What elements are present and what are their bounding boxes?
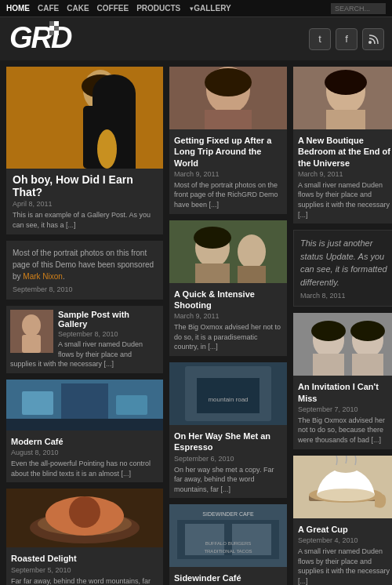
nav-home[interactable]: HOME <box>6 4 30 13</box>
invitation-body: An Invitation I Can't Miss September 7, … <box>293 377 392 449</box>
great-cup-svg <box>293 456 392 518</box>
fix-trip-title: Getting Fixed up After a Long Trip Aroun… <box>174 135 282 169</box>
nav-cake[interactable]: CAKE <box>67 4 89 13</box>
main-nav: HOME CAFE CAKE COFFEE PRODUCTS ▾ GALLERY <box>0 0 392 17</box>
hero-title: Oh boy, How Did I Earn That? <box>13 173 157 198</box>
invitation-title: An Invitation I Can't Miss <box>298 381 392 404</box>
boutique-svg <box>293 67 392 129</box>
svg-text:TRADITIONAL TACOS: TRADITIONAL TACOS <box>204 549 252 554</box>
quick-shooting-image <box>169 220 287 285</box>
thumb-svg <box>10 310 53 353</box>
fix-trip-date: March 9, 2011 <box>174 170 282 178</box>
sidewinder-image: SIDEWINDER CAFE BUFFALO BURGERS TRADITIO… <box>169 504 287 569</box>
site-header: GR D t f <box>0 17 392 60</box>
svg-rect-6 <box>49 31 54 35</box>
svg-rect-11 <box>83 106 118 169</box>
svg-rect-3 <box>54 21 59 26</box>
nav-gallery[interactable]: GALLERY <box>194 4 230 13</box>
modern-cafe-body: Modern Café August 8, 2010 Even the all-… <box>6 432 163 482</box>
nav-products[interactable]: PRODUCTS <box>136 4 180 13</box>
quote-box: Most of the portrait photos on this fron… <box>6 241 163 300</box>
right-column: A New Boutique Bedroom at the End of the… <box>293 67 392 585</box>
italic-quote-text: This is just another status Update. As y… <box>300 237 391 289</box>
svg-point-57 <box>350 321 385 341</box>
espresso-date: September 6, 2010 <box>174 455 282 463</box>
svg-rect-35 <box>238 266 266 283</box>
chevron-down-icon: ▾ <box>190 5 194 13</box>
svg-text:GR: GR <box>9 21 53 53</box>
sidewinder-body: Sidewinder Café July 20, 2010 The Big Ox… <box>169 569 287 585</box>
twitter-icon[interactable]: t <box>309 28 331 50</box>
quick-shooting-svg <box>169 220 287 283</box>
espresso-svg: mountain road <box>169 362 287 425</box>
left-column: Oh boy, How Did I Earn That? April 8, 20… <box>6 67 163 585</box>
great-cup-excerpt: A small river named Duden flows by their… <box>298 547 392 585</box>
site-logo: GR D <box>8 20 86 59</box>
facebook-icon[interactable]: f <box>336 28 358 50</box>
fix-trip-body: Getting Fixed up After a Long Trip Aroun… <box>169 131 287 214</box>
svg-rect-15 <box>22 335 41 353</box>
rss-svg <box>368 34 379 45</box>
quick-shooting-body: A Quick & Intensive Shooting March 9, 20… <box>169 285 287 356</box>
roasted-delight-date: September 5, 2010 <box>11 566 158 574</box>
boutique-excerpt: A small river named Duden flows by their… <box>298 180 392 220</box>
invitation-post: An Invitation I Can't Miss September 7, … <box>293 313 392 449</box>
boutique-date: March 9, 2011 <box>298 170 392 178</box>
espresso-excerpt: On her way she met a copy. Far far away,… <box>174 465 282 495</box>
svg-point-14 <box>22 314 41 336</box>
social-icons: t f <box>309 28 384 50</box>
invitation-date: September 7, 2010 <box>298 405 392 413</box>
svg-rect-4 <box>49 26 54 31</box>
main-content: Oh boy, How Did I Earn That? April 8, 20… <box>0 60 392 585</box>
svg-rect-53 <box>313 354 344 376</box>
sample-gallery-thumb <box>10 310 53 353</box>
invitation-svg <box>293 313 392 376</box>
svg-point-61 <box>317 489 375 501</box>
svg-rect-32 <box>195 263 230 283</box>
logo-svg: GR D <box>8 20 86 53</box>
fix-trip-svg <box>169 67 287 129</box>
italic-quote-date: March 8, 2011 <box>300 292 391 300</box>
svg-rect-20 <box>6 419 163 431</box>
svg-point-50 <box>325 70 367 95</box>
nav-cafe[interactable]: CAFE <box>38 4 59 13</box>
sample-gallery-post: Sample Post with Gallery September 8, 20… <box>6 306 163 373</box>
hero-body: Oh boy, How Did I Earn That? April 8, 20… <box>6 169 163 234</box>
search-input[interactable] <box>331 3 386 14</box>
sidewinder-svg: SIDEWINDER CAFE BUFFALO BURGERS TRADITIO… <box>169 504 287 567</box>
svg-rect-5 <box>54 26 59 31</box>
modern-cafe-post: Modern Café August 8, 2010 Even the all-… <box>6 380 163 482</box>
rss-icon[interactable] <box>362 28 384 50</box>
modern-cafe-date: August 8, 2010 <box>11 449 158 456</box>
svg-text:BUFFALO BURGERS: BUFFALO BURGERS <box>205 541 252 546</box>
quick-shooting-date: March 9, 2011 <box>174 312 282 320</box>
espresso-body: On Her Way She Met an Espresso September… <box>169 427 287 498</box>
boutique-body: A New Boutique Bedroom at the End of the… <box>293 131 392 223</box>
roasted-delight-image <box>6 489 163 549</box>
svg-point-8 <box>368 41 372 44</box>
svg-rect-56 <box>352 354 383 376</box>
great-cup-image <box>293 456 392 520</box>
fix-trip-excerpt: Most of the portrait photos on the front… <box>174 180 282 210</box>
roasted-svg <box>6 489 163 547</box>
hero-post: Oh boy, How Did I Earn That? April 8, 20… <box>6 67 163 234</box>
svg-point-62 <box>334 465 358 473</box>
svg-rect-19 <box>116 395 147 415</box>
nav-coffee[interactable]: COFFEE <box>97 4 129 13</box>
mark-nixon-link[interactable]: Mark Nixon <box>23 272 63 281</box>
roasted-delight-title: Roasted Delight <box>11 553 158 564</box>
great-cup-post: A Great Cup September 4, 2010 A small ri… <box>293 456 392 585</box>
center-column: Getting Fixed up After a Long Trip Aroun… <box>169 67 287 585</box>
hero-excerpt: This is an example of a Gallery Post. As… <box>13 210 157 230</box>
modern-cafe-title: Modern Café <box>11 436 158 447</box>
invitation-image <box>293 313 392 377</box>
modern-cafe-image <box>6 380 163 432</box>
great-cup-date: September 4, 2010 <box>298 536 392 544</box>
svg-text:mountain road: mountain road <box>208 396 248 403</box>
hero-image <box>6 67 163 169</box>
great-cup-title: A Great Cup <box>298 524 392 535</box>
fix-trip-image <box>169 67 287 131</box>
svg-point-54 <box>311 321 346 341</box>
hero-figure-svg <box>6 67 163 169</box>
espresso-post: mountain road On Her Way She Met an Espr… <box>169 362 287 498</box>
